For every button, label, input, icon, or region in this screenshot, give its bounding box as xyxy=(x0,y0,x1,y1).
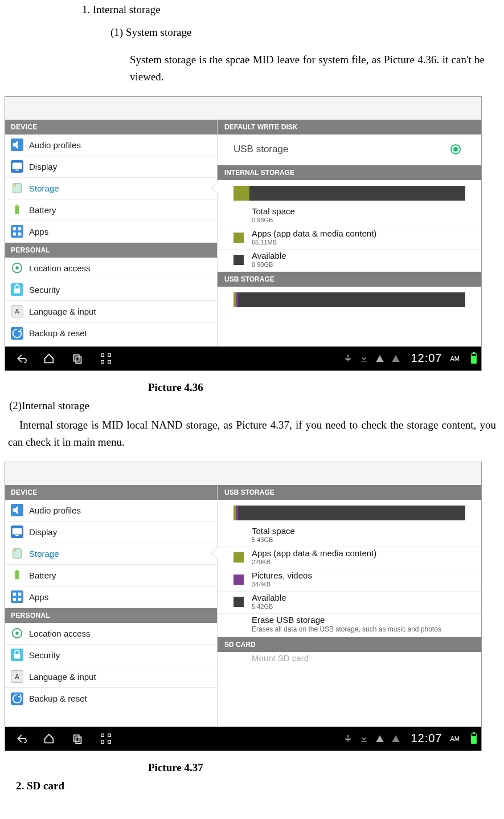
sidebar-item-storage[interactable]: Storage xyxy=(5,543,217,565)
svg-rect-21 xyxy=(15,535,19,536)
svg-rect-19 xyxy=(362,361,367,361)
home-button[interactable] xyxy=(43,732,55,745)
row-total-space[interactable]: Total space 5.43GB xyxy=(218,525,481,547)
warning-icon xyxy=(391,734,400,743)
svg-rect-7 xyxy=(18,227,22,231)
internal-usage-bar xyxy=(218,180,481,205)
sidebar-item-storage[interactable]: Storage xyxy=(5,178,217,199)
sidebar-item-label: Location access xyxy=(29,263,211,273)
sidebar-item-apps[interactable]: Apps xyxy=(5,586,217,608)
swatch-pictures-icon xyxy=(233,574,244,585)
heading-sd-card: SD CARD xyxy=(218,637,481,652)
svg-rect-20 xyxy=(13,528,22,535)
svg-rect-18 xyxy=(108,360,111,363)
svg-rect-23 xyxy=(14,550,17,552)
sidebar-item-label: Display xyxy=(29,162,211,172)
sidebar-heading-device: DEVICE xyxy=(5,485,217,500)
radio-selected-icon xyxy=(450,144,461,154)
sidebar-item-audio[interactable]: Audio profiles xyxy=(5,500,217,521)
subheading-2: (2)Internal storage xyxy=(9,400,504,412)
sidebar-item-display[interactable]: Display xyxy=(5,156,217,178)
sidebar-item-audio[interactable]: Audio profiles xyxy=(5,135,217,156)
settings-sidebar: DEVICE Audio profiles Display Storage xyxy=(5,120,218,347)
sidebar-item-label: Storage xyxy=(29,184,211,193)
sidebar-item-battery[interactable]: Battery xyxy=(5,565,217,586)
svg-point-31 xyxy=(15,631,19,635)
blank-header xyxy=(5,462,481,485)
svg-rect-39 xyxy=(362,741,367,741)
screenshot-button[interactable] xyxy=(100,732,112,745)
available-label: Available xyxy=(252,593,286,602)
caption-4-37: Picture 4.37 xyxy=(148,761,504,774)
navigation-bar: 12:07 AM xyxy=(5,727,481,751)
settings-sidebar: DEVICE Audio profiles Display Storage Ba… xyxy=(5,485,218,727)
available-value: 5.42GB xyxy=(252,603,286,610)
sidebar-item-location[interactable]: Location access xyxy=(5,258,217,279)
bar-seg-media xyxy=(236,506,238,520)
svg-rect-8 xyxy=(13,233,17,236)
row-apps[interactable]: Apps (app data & media content) 65.11MB xyxy=(218,227,481,250)
screenshot-button[interactable] xyxy=(100,352,112,365)
download-icon xyxy=(359,734,368,743)
sidebar-item-label: Location access xyxy=(29,629,211,638)
sidebar-item-label: Apps xyxy=(29,227,211,237)
sidebar-item-backup[interactable]: Backup & reset xyxy=(5,323,217,344)
back-button[interactable] xyxy=(14,732,27,745)
recent-button[interactable] xyxy=(71,352,84,365)
home-button[interactable] xyxy=(43,352,55,365)
sidebar-item-language[interactable]: A Language & input xyxy=(5,301,217,323)
sidebar-item-label: Language & input xyxy=(29,307,211,316)
heading-usb-storage: USB STORAGE xyxy=(218,272,481,287)
sidebar-item-apps[interactable]: Apps xyxy=(5,221,217,243)
svg-rect-35 xyxy=(101,734,104,736)
sidebar-item-security[interactable]: Security xyxy=(5,279,217,301)
caption-4-36: Picture 4.36 xyxy=(148,381,504,394)
row-apps[interactable]: Apps (app data & media content) 220KB xyxy=(218,547,481,569)
mount-label: Mount SD card xyxy=(252,653,309,663)
battery-status-icon xyxy=(471,734,477,744)
sidebar-item-location[interactable]: Location access xyxy=(5,623,217,645)
sidebar-item-label: Battery xyxy=(29,571,211,580)
clock-ampm: AM xyxy=(450,355,460,362)
row-erase-usb[interactable]: Erase USB storage Erases all data on the… xyxy=(218,614,481,637)
back-button[interactable] xyxy=(14,352,27,365)
sidebar-item-label: Backup & reset xyxy=(29,694,211,703)
svg-rect-3 xyxy=(14,185,17,186)
erase-desc: Erases all data on the USB storage, such… xyxy=(252,625,441,633)
sidebar-item-battery[interactable]: Battery xyxy=(5,199,217,221)
sidebar-item-label: Battery xyxy=(29,205,211,215)
storage-detail-panel: USB STORAGE Total space 5.43GB Apps (app… xyxy=(218,485,481,727)
swatch-available-icon xyxy=(233,597,244,607)
selection-indicator-icon xyxy=(212,548,218,559)
row-pictures[interactable]: Pictures, videos 344KB xyxy=(218,569,481,592)
usb-usage-bar xyxy=(218,287,481,312)
download-icon xyxy=(359,354,368,363)
row-total-space[interactable]: Total space 0.98GB xyxy=(218,205,481,227)
navigation-bar: 12:07 AM xyxy=(5,347,481,370)
pictures-label: Pictures, videos xyxy=(252,571,312,580)
sidebar-item-label: Security xyxy=(29,285,211,295)
sidebar-item-security[interactable]: Security xyxy=(5,645,217,666)
row-available[interactable]: Available 5.42GB xyxy=(218,592,481,614)
clock-ampm: AM xyxy=(450,735,460,742)
battery-status-icon xyxy=(471,353,477,364)
recent-button[interactable] xyxy=(71,732,84,745)
display-icon xyxy=(11,160,23,173)
sub-item-1: (1) System storage xyxy=(110,26,496,39)
bar-seg-media xyxy=(236,292,238,307)
svg-rect-29 xyxy=(18,598,22,601)
sidebar-heading-device: DEVICE xyxy=(5,120,217,135)
row-available[interactable]: Available 0.90GB xyxy=(218,250,481,272)
radio-usb-storage[interactable]: USB storage xyxy=(218,135,481,165)
sidebar-heading-personal: PERSONAL xyxy=(5,608,217,623)
sidebar-item-backup[interactable]: Backup & reset xyxy=(5,688,217,710)
sidebar-item-language[interactable]: A Language & input xyxy=(5,666,217,688)
swatch-available-icon xyxy=(233,255,244,265)
svg-rect-15 xyxy=(101,354,104,357)
svg-rect-24 xyxy=(15,571,19,580)
backup-icon xyxy=(11,327,23,340)
svg-rect-5 xyxy=(16,205,18,206)
battery-icon xyxy=(11,203,23,216)
svg-rect-0 xyxy=(13,163,22,169)
sidebar-item-display[interactable]: Display xyxy=(5,521,217,543)
